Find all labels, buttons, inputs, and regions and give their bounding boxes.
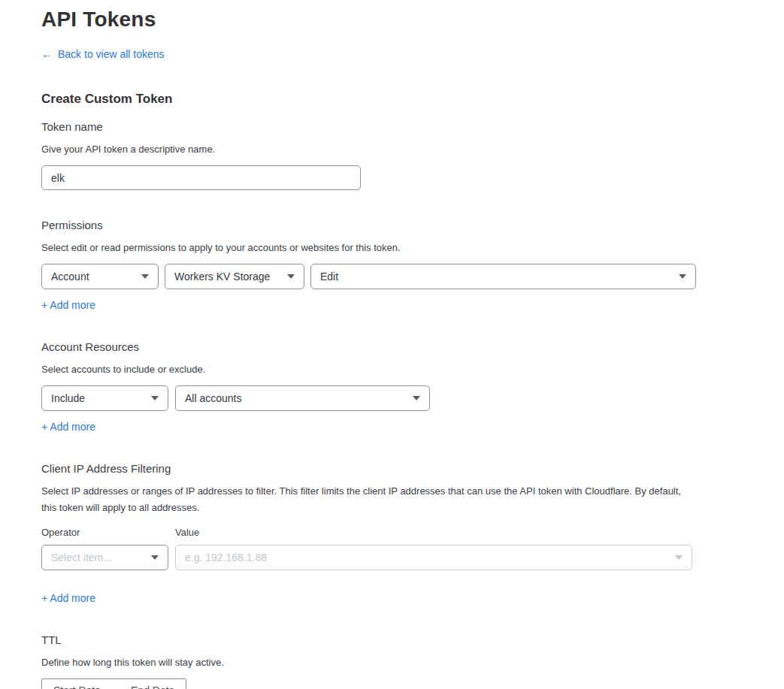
token-name-description: Give your API token a descriptive name. [41, 141, 784, 158]
permission-scope-select[interactable]: Account [41, 264, 159, 289]
chevron-down-icon [151, 396, 159, 400]
form-heading: Create Custom Token [41, 92, 784, 107]
chevron-down-icon [413, 396, 420, 400]
permission-resource-value: Workers KV Storage [174, 270, 270, 283]
back-link-label: Back to view all tokens [58, 48, 165, 60]
chevron-down-icon [287, 274, 295, 279]
ttl-description: Define how long this token will stay act… [41, 654, 784, 671]
ip-filtering-row: Select item... e.g. 192.168.1.88 [41, 545, 784, 570]
ttl-date-range-picker[interactable]: Start Date → End Date [41, 678, 186, 689]
token-name-label: Token name [41, 120, 784, 133]
chevron-down-icon [675, 555, 683, 560]
permission-access-value: Edit [320, 270, 338, 283]
permissions-row: Account Workers KV Storage Edit [41, 264, 784, 289]
ip-filtering-description: Select IP addresses or ranges of IP addr… [41, 483, 686, 516]
page-title: API Tokens [41, 6, 784, 33]
permissions-label: Permissions [41, 219, 784, 231]
account-include-value: Include [51, 392, 85, 404]
ip-value-combobox[interactable]: e.g. 192.168.1.88 [175, 545, 692, 570]
back-to-tokens-link[interactable]: ← Back to view all tokens [41, 48, 165, 60]
ip-operator-select[interactable]: Select item... [41, 545, 168, 570]
account-target-value: All accounts [185, 392, 241, 404]
permission-scope-value: Account [51, 270, 89, 283]
ip-filtering-label: Client IP Address Filtering [41, 462, 784, 475]
permission-access-select[interactable]: Edit [310, 264, 696, 289]
create-custom-token-page: API Tokens ← Back to view all tokens Cre… [0, 0, 784, 689]
chevron-down-icon [151, 555, 159, 560]
account-resources-row: Include All accounts [41, 385, 784, 411]
permissions-add-more-link[interactable]: + Add more [41, 299, 95, 311]
ip-filtering-column-labels: Operator Value [41, 527, 784, 538]
operator-column-label: Operator [41, 527, 175, 538]
value-column-label: Value [175, 527, 199, 538]
account-resources-description: Select accounts to include or exclude. [41, 361, 784, 378]
back-arrow-icon: ← [41, 48, 53, 60]
account-target-select[interactable]: All accounts [175, 385, 430, 411]
end-date-field[interactable]: End Date [131, 684, 174, 689]
ip-value-placeholder: e.g. 192.168.1.88 [185, 552, 267, 564]
permissions-description: Select edit or read permissions to apply… [41, 240, 784, 256]
account-resources-label: Account Resources [41, 340, 784, 353]
chevron-down-icon [141, 274, 149, 279]
chevron-down-icon [679, 274, 686, 279]
account-include-select[interactable]: Include [41, 385, 168, 411]
account-resources-add-more-link[interactable]: + Add more [41, 421, 95, 433]
ip-filtering-add-more-link[interactable]: + Add more [41, 592, 95, 604]
ip-operator-placeholder: Select item... [51, 552, 112, 564]
permission-resource-select[interactable]: Workers KV Storage [165, 264, 304, 289]
token-name-input[interactable] [41, 165, 361, 190]
arrow-right-icon: → [110, 684, 121, 689]
start-date-field[interactable]: Start Date [53, 684, 101, 689]
ttl-label: TTL [41, 633, 784, 646]
